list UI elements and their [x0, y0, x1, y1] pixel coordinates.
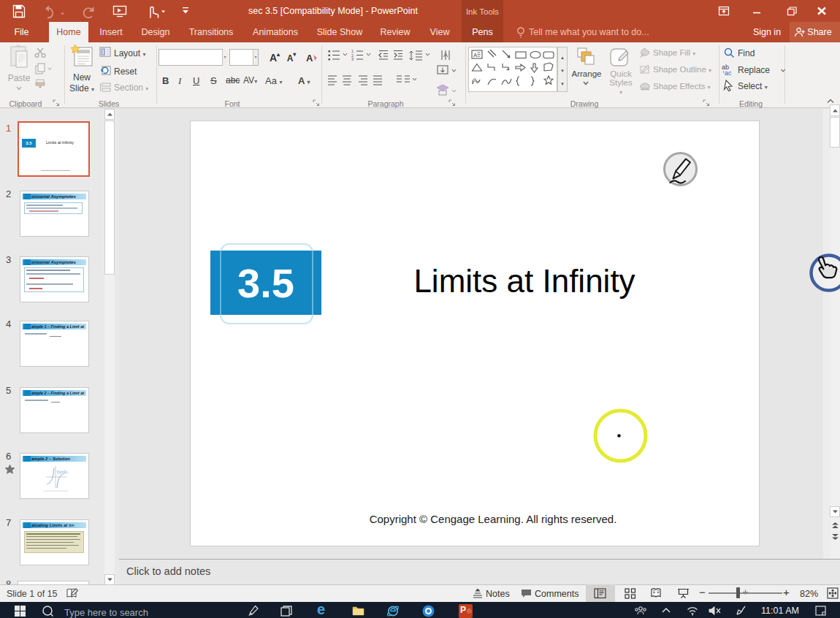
- svg-text:f(x)=3x...: f(x)=3x...: [57, 470, 70, 474]
- svg-text:A: A: [306, 53, 313, 64]
- svg-text:3: 3: [351, 57, 354, 61]
- svg-text:A: A: [443, 51, 448, 58]
- svg-text:ac: ac: [725, 69, 732, 76]
- svg-text:A: A: [473, 52, 478, 58]
